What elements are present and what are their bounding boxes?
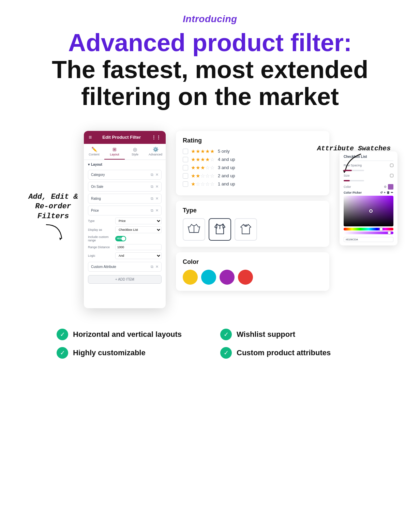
rating-checkbox-3[interactable] — [183, 165, 188, 170]
tab-advanced[interactable]: ⚙️ Advanced — [145, 144, 166, 160]
filter-icons-price: ⧉ ✕ — [151, 208, 159, 213]
eyedropper-icon[interactable]: ✒ — [391, 191, 393, 194]
feature-text-wishlist: Wishlist support — [237, 330, 295, 339]
tab-layout[interactable]: ⊞ Layout — [104, 144, 125, 160]
close-icon-custom[interactable]: ✕ — [155, 265, 159, 269]
hue-slider[interactable] — [344, 228, 393, 230]
close-icon-price[interactable]: ✕ — [155, 208, 159, 213]
swatch-red[interactable] — [238, 270, 253, 285]
filter-item-price[interactable]: Price ⧉ ✕ — [88, 206, 162, 215]
hex-color-input[interactable]: #D28CDA — [344, 237, 393, 242]
color-gradient[interactable] — [344, 196, 393, 226]
tab-content-label: Content — [89, 153, 100, 156]
tab-content[interactable]: ✏️ Content — [84, 144, 104, 160]
copy-icon-rating[interactable]: ⧉ — [151, 196, 153, 201]
plus-icon[interactable]: + — [384, 191, 386, 194]
panel-header: ≡ Edit Product Filter ⋮⋮ — [84, 131, 166, 144]
check-icon-customizable: ✓ — [57, 347, 68, 359]
swatch-yellow[interactable] — [183, 270, 198, 285]
rating-section: Rating ★ ★ ★ ★ ★ 5 only — [176, 131, 329, 195]
settings-icon[interactable]: ⚙ — [384, 185, 387, 189]
color-label-text: Color — [344, 185, 351, 189]
pencil-icon: ✏️ — [91, 147, 97, 152]
rating-label-3: 3 and up — [218, 165, 235, 170]
feature-custom-attributes: ✓ Custom product attributes — [220, 347, 363, 359]
copy-icon[interactable]: ⧉ — [151, 173, 153, 177]
stars-4: ★ ★ ★ ★ ☆ — [191, 156, 214, 163]
layout-icon: ⊞ — [112, 147, 117, 152]
opacity-slider[interactable] — [344, 231, 393, 234]
tab-advanced-label: Advanced — [149, 153, 162, 156]
right-panel: Attribute Swatches Checkbox List Row Spa… — [340, 131, 397, 245]
filter-icons-custom: ⧉ ✕ — [151, 265, 159, 269]
type-icon-jacket[interactable] — [209, 218, 231, 241]
copy-icon-custom[interactable]: ⧉ — [151, 265, 153, 269]
type-select[interactable]: Price — [115, 218, 162, 224]
display-select[interactable]: Checkbox List — [115, 226, 162, 233]
size-slider[interactable] — [344, 180, 364, 181]
ui-showcase: Add, Edit &Re-orderFilters ≡ Edit Produc… — [22, 131, 397, 308]
trash-icon[interactable]: 🗑 — [387, 191, 390, 194]
hue-thumb — [379, 227, 383, 231]
swatch-cyan[interactable] — [201, 270, 216, 285]
close-icon-rating[interactable]: ✕ — [155, 196, 159, 201]
opacity-thumb — [388, 231, 391, 235]
filter-name-price: Price — [91, 209, 99, 212]
type-title: Type — [183, 207, 322, 214]
color-picker-title-text: Color Picker — [344, 191, 362, 194]
logic-select[interactable]: And — [115, 252, 162, 259]
curved-arrow-icon — [40, 221, 67, 242]
refresh-icon[interactable]: ↺ — [380, 191, 383, 194]
range-distance-input[interactable] — [115, 244, 162, 250]
check-icon-custom-attributes: ✓ — [220, 347, 232, 359]
hamburger-icon: ≡ — [89, 134, 92, 140]
tab-layout-label: Layout — [110, 153, 119, 156]
copy-icon-onsale[interactable]: ⧉ — [151, 184, 153, 189]
filter-item-category[interactable]: Category ⧉ ✕ — [88, 170, 162, 180]
check-icon-wishlist: ✓ — [220, 329, 232, 340]
toggle-yes-label: YES — [117, 237, 121, 240]
rating-checkbox-5[interactable] — [183, 149, 188, 154]
page-wrapper: Introducing Advanced product filter: The… — [0, 0, 420, 509]
hoodie-svg — [239, 222, 253, 237]
color-preview — [388, 184, 393, 190]
close-icon-onsale[interactable]: ✕ — [155, 184, 159, 189]
filter-name-category: Category — [91, 173, 105, 177]
features-grid: ✓ Horizontal and vertical layouts ✓ Wish… — [57, 329, 363, 359]
range-distance-label: Range Distance — [88, 245, 115, 249]
custom-range-toggle[interactable]: YES — [115, 236, 126, 241]
filter-item-custom[interactable]: Custom Attribute ⧉ ✕ — [88, 262, 162, 272]
style-icon: ◎ — [133, 147, 137, 152]
color-title: Color — [183, 258, 322, 266]
stars-2: ★ ★ ☆ ☆ ☆ — [191, 173, 214, 179]
form-row-display: Display as Checkbox List — [88, 226, 162, 233]
star3: ★ — [200, 148, 205, 154]
rating-checkbox-1[interactable] — [183, 181, 188, 187]
filter-icons-onsale: ⧉ ✕ — [151, 184, 159, 189]
copy-icon-price[interactable]: ⧉ — [151, 208, 153, 213]
form-row-custom-range: Include custom range YES — [88, 235, 162, 242]
row-spacing-slider[interactable] — [344, 170, 364, 171]
swatch-purple[interactable] — [220, 270, 235, 285]
rating-title: Rating — [183, 137, 322, 144]
type-icon-coat[interactable] — [183, 218, 205, 241]
feature-text-custom-attributes: Custom product attributes — [237, 348, 331, 357]
tab-style[interactable]: ◎ Style — [125, 144, 145, 160]
feature-text-customizable: Highly customizable — [73, 348, 146, 357]
add-item-button[interactable]: + ADD ITEM — [88, 275, 162, 284]
type-icon-hoodie[interactable] — [235, 218, 257, 241]
rating-checkbox-2[interactable] — [183, 173, 188, 179]
filter-item-rating[interactable]: Rating ⧉ ✕ — [88, 194, 162, 204]
stars-1: ★ ☆ ☆ ☆ ☆ — [191, 181, 214, 187]
color-picker-title-row: Color Picker ↺ + 🗑 ✒ — [344, 191, 393, 194]
close-icon[interactable]: ✕ — [155, 173, 159, 177]
tab-style-label: Style — [132, 153, 138, 156]
color-picker-row-label: Color ⚙ — [344, 184, 393, 190]
filter-item-onsale[interactable]: On Sale ⧉ ✕ — [88, 182, 162, 192]
color-section: Color — [176, 252, 329, 291]
type-icons — [183, 218, 322, 241]
star4: ★ — [205, 148, 210, 154]
form-row-logic: Logic And — [88, 252, 162, 259]
filter-name-custom: Custom Attribute — [91, 265, 116, 269]
rating-checkbox-4[interactable] — [183, 157, 188, 162]
